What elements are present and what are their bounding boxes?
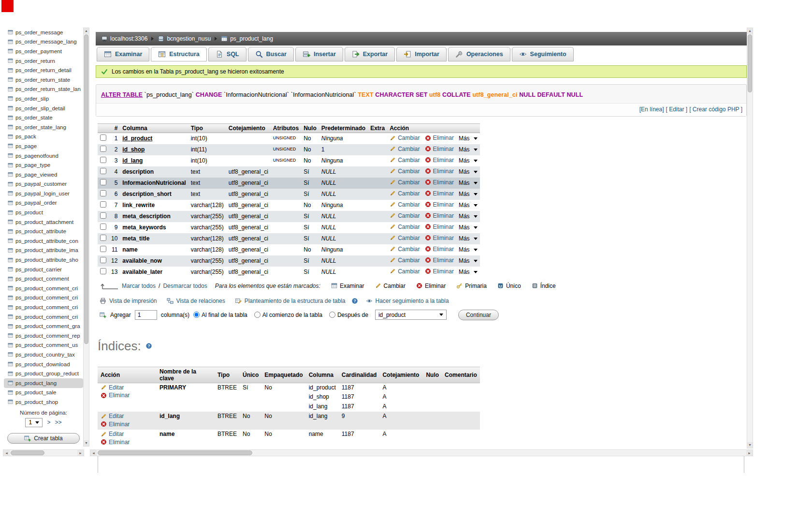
change-column-link[interactable]: Cambiar (390, 257, 420, 264)
selected-drop-button[interactable]: Eliminar (416, 283, 446, 289)
sidebar-table-item[interactable]: ps_order_return_detail (4, 65, 83, 75)
sidebar-table-item[interactable]: ps_product_sale (4, 388, 83, 398)
selected-change-button[interactable]: Cambiar (375, 283, 406, 289)
tab-exportar[interactable]: Exportar (345, 47, 395, 61)
tab-buscar[interactable]: Buscar (248, 47, 294, 61)
sidebar-table-item[interactable]: ps_order_message (4, 28, 83, 37)
sidebar-table-item[interactable]: ps_pack (4, 132, 83, 142)
sidebar-table-item[interactable]: ps_order_return (4, 56, 83, 66)
scroll-up-arrow[interactable]: ▲ (84, 28, 89, 34)
breadcrumb-table-link[interactable]: ps_product_lang (221, 35, 273, 42)
index-edit-link[interactable]: Editar (101, 431, 124, 437)
more-dropdown[interactable]: Más (459, 202, 478, 209)
more-dropdown[interactable]: Más (459, 179, 478, 186)
sidebar-table-item[interactable]: ps_product_download (4, 359, 83, 369)
create-php-code-link[interactable]: [ Crear código PHP ] (689, 106, 742, 113)
scroll-track[interactable] (84, 34, 89, 440)
sidebar-table-item[interactable]: ps_pagenotfound (4, 151, 83, 161)
scroll-thumb[interactable] (84, 34, 88, 344)
more-dropdown[interactable]: Más (459, 135, 478, 142)
sidebar-table-item[interactable]: ps_product_attribute_ima (4, 246, 83, 255)
continue-button[interactable]: Continuar (458, 310, 499, 320)
sidebar-table-item[interactable]: ps_order_payment (4, 46, 83, 56)
propose-structure-link[interactable]: Planteamiento de la estructura de tabla (235, 298, 346, 304)
scroll-down-arrow[interactable]: ▼ (747, 442, 753, 448)
sidebar-table-item[interactable]: ps_product_attribute_sho (4, 255, 83, 265)
drop-column-link[interactable]: Eliminar (425, 212, 454, 219)
sidebar-table-item[interactable]: ps_product_comment_us (4, 341, 83, 350)
sidebar-table-item[interactable]: ps_paypal_customer (4, 179, 83, 189)
drop-column-link[interactable]: Eliminar (425, 257, 454, 264)
row-checkbox[interactable] (100, 146, 106, 152)
more-dropdown[interactable]: Más (459, 146, 478, 153)
drop-column-link[interactable]: Eliminar (425, 179, 454, 186)
scroll-down-arrow[interactable]: ▼ (84, 440, 89, 446)
scroll-track[interactable] (97, 450, 746, 456)
sql-keyword-link[interactable]: ALTER TABLE (101, 91, 143, 98)
sidebar-table-item[interactable]: ps_order_slip (4, 94, 83, 104)
change-column-link[interactable]: Cambiar (390, 134, 420, 141)
more-dropdown[interactable]: Más (459, 235, 478, 242)
sidebar-table-item[interactable]: ps_order_message_lang (4, 37, 83, 47)
row-checkbox[interactable] (100, 212, 106, 219)
change-column-link[interactable]: Cambiar (390, 212, 420, 219)
drop-column-link[interactable]: Eliminar (425, 201, 454, 208)
sidebar-table-item[interactable]: ps_order_return_state_lan (4, 85, 83, 94)
change-column-link[interactable]: Cambiar (390, 268, 420, 275)
change-column-link[interactable]: Cambiar (390, 235, 420, 241)
selected-primary-button[interactable]: Primaria (456, 283, 487, 289)
create-table-button[interactable]: Crear tabla (7, 433, 80, 444)
more-dropdown[interactable]: Más (459, 269, 478, 275)
drop-column-link[interactable]: Eliminar (425, 235, 454, 241)
row-checkbox[interactable] (100, 235, 106, 241)
change-column-link[interactable]: Cambiar (390, 157, 420, 164)
scroll-up-arrow[interactable]: ▲ (747, 28, 753, 34)
drop-column-link[interactable]: Eliminar (425, 246, 454, 253)
sidebar-table-item[interactable]: ps_product_comment_cri (4, 302, 83, 312)
row-checkbox[interactable] (100, 246, 106, 252)
tab-examinar[interactable]: Examinar (97, 47, 149, 61)
change-column-link[interactable]: Cambiar (390, 190, 420, 197)
drop-column-link[interactable]: Eliminar (425, 268, 454, 275)
sidebar-table-item[interactable]: ps_order_state (4, 113, 83, 122)
change-column-link[interactable]: Cambiar (390, 168, 420, 175)
sidebar-table-item[interactable]: ps_paypal_login_user (4, 189, 83, 198)
index-drop-link[interactable]: Eliminar (101, 392, 130, 399)
selected-unique-button[interactable]: Único (497, 283, 521, 289)
more-dropdown[interactable]: Más (459, 168, 478, 175)
scroll-track[interactable] (747, 34, 753, 442)
relations-view-link[interactable]: Vista de relaciones (167, 298, 225, 304)
sidebar-table-item[interactable]: ps_product_shop (4, 397, 83, 407)
breadcrumb-server-link[interactable]: localhost:3306 (101, 35, 147, 42)
row-checkbox[interactable] (100, 134, 106, 141)
sidebar-table-item[interactable]: ps_order_state_lang (4, 122, 83, 132)
index-drop-link[interactable]: Eliminar (101, 439, 130, 446)
sidebar-table-item[interactable]: ps_product_lang (4, 378, 83, 388)
sidebar-table-item[interactable]: ps_product_comment_cri (4, 284, 83, 293)
uncheck-all-link[interactable]: Desmarcar todos (163, 283, 207, 289)
tab-seguimiento[interactable]: Seguimiento (512, 47, 574, 61)
row-checkbox[interactable] (100, 179, 106, 185)
more-dropdown[interactable]: Más (459, 213, 478, 220)
sidebar-table-item[interactable]: ps_product_comment_cri (4, 293, 83, 303)
sidebar-table-item[interactable]: ps_order_slip_detail (4, 104, 83, 113)
sidebar-table-item[interactable]: ps_product_attachment (4, 217, 83, 227)
drop-column-link[interactable]: Eliminar (425, 134, 454, 141)
sidebar-table-item[interactable]: ps_product_group_reduct (4, 369, 83, 378)
scroll-right-arrow[interactable]: ► (746, 450, 753, 456)
tab-operaciones[interactable]: Operaciones (448, 47, 510, 61)
scroll-left-arrow[interactable]: ◄ (90, 450, 97, 456)
tab-insertar[interactable]: Insertar (295, 47, 343, 61)
index-drop-link[interactable]: Eliminar (101, 421, 130, 428)
scroll-track[interactable] (10, 450, 77, 456)
row-checkbox[interactable] (100, 190, 106, 196)
sidebar-table-item[interactable]: ps_product_carrier (4, 265, 83, 274)
breadcrumb-database-link[interactable]: bcngestion_nusu (158, 35, 211, 42)
index-edit-link[interactable]: Editar (101, 413, 124, 419)
help-icon[interactable] (145, 343, 152, 349)
position-after-radio[interactable] (329, 312, 335, 318)
edit-sql-link[interactable]: [ Editar ] (666, 106, 687, 113)
drop-column-link[interactable]: Eliminar (425, 157, 454, 164)
last-page-link[interactable]: >> (55, 419, 62, 426)
scroll-thumb[interactable] (11, 450, 44, 455)
